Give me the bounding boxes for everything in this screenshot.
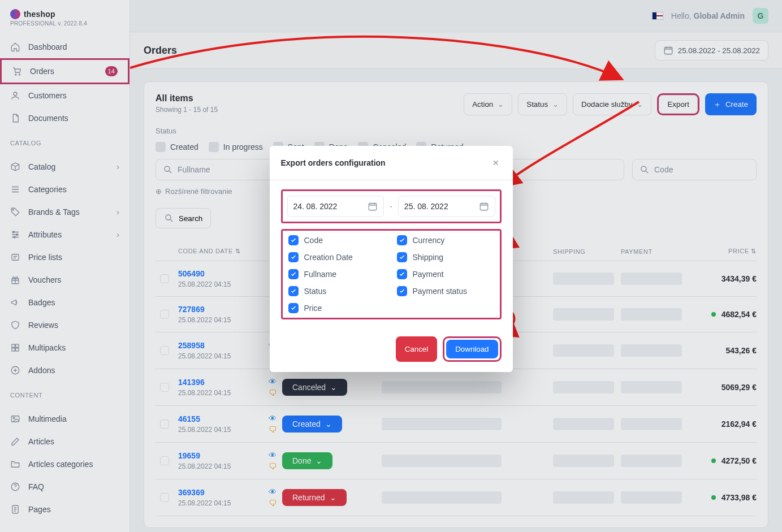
status-filter-in-progress[interactable]: In progress [209,142,263,152]
sidebar-item-label: Vouchers [28,275,119,284]
row-checkbox[interactable] [160,419,169,429]
paid-dot-icon [711,459,716,463]
col-code[interactable]: CODE AND DATE ⇅ [178,248,269,255]
table-row: 14139625.08.2022 04:15 👁🗨 Canceled ⌄ 506… [155,369,757,406]
row-checkbox[interactable] [160,346,169,355]
payment-placeholder [621,491,682,504]
search-button[interactable]: Search [155,208,211,228]
chevron-down-icon: ⌄ [330,383,337,392]
create-button[interactable]: ＋Create [705,93,757,115]
avatar[interactable]: G [753,8,768,24]
row-checkbox[interactable] [160,310,169,319]
shipping-dropdown[interactable]: Dodacie služby⌄ [573,93,651,115]
sidebar-item-dashboard[interactable]: Dashboard [0,36,129,58]
sidebar-item-label: Addons [28,366,119,375]
sidebar-item-badges[interactable]: Badges [0,291,129,314]
chevron-down-icon: ⌄ [637,100,643,109]
row-checkbox[interactable] [160,274,169,283]
sidebar-item-brands[interactable]: Brands & Tags › [0,201,129,223]
sidebar-item-label: Documents [28,114,119,123]
export-field-payment[interactable]: Payment [397,269,494,279]
export-field-payment-status[interactable]: Payment status [397,286,494,296]
toolbar: Action⌄ Status⌄ Dodacie služby⌄ Export ＋… [464,93,757,115]
order-date: 25.08.2022 04:15 [178,352,269,360]
status-dropdown[interactable]: Status⌄ [518,93,567,115]
export-field-code[interactable]: Code [288,235,386,245]
plus-circle-icon: ⊕ [155,187,162,196]
status-pill[interactable]: Returned ⌄ [282,489,347,506]
code-input[interactable]: Code [632,159,757,180]
shipping-placeholder [553,455,614,467]
sidebar-item-label: Catalog [28,162,109,171]
sidebar-item-articles[interactable]: Articles [0,430,129,453]
sidebar-item-documents[interactable]: Documents [0,107,129,129]
checkbox-checked-icon [288,303,299,313]
sidebar-item-reviews[interactable]: Reviews [0,314,129,336]
cancel-button[interactable]: Cancel [396,336,438,362]
export-field-status[interactable]: Status [288,286,386,296]
download-button[interactable]: Download [446,340,498,358]
box-icon [10,162,20,172]
svg-rect-7 [12,254,19,261]
order-link[interactable]: 141396 [178,378,205,387]
payment-placeholder [621,418,682,430]
export-field-price[interactable]: Price [288,303,386,313]
action-dropdown[interactable]: Action⌄ [464,93,512,115]
sidebar-item-vouchers[interactable]: Vouchers [0,269,129,291]
date-range-button[interactable]: 25.08.2022 - 25.08.2022 [655,40,768,60]
sidebar-item-customers[interactable]: Customers [0,84,129,107]
order-link[interactable]: 258958 [178,341,205,350]
status-filter-created[interactable]: Created [155,142,198,152]
svg-point-0 [15,74,16,75]
row-checkbox[interactable] [160,493,169,502]
col-price[interactable]: PRICE ⇅ [689,248,757,255]
export-field-fullname[interactable]: Fullname [288,269,386,279]
sidebar-item-multimedia[interactable]: Multimedia [0,408,129,430]
date-to-input[interactable]: 25. 08. 2022 [398,196,495,217]
row-checkbox[interactable] [160,383,169,392]
language-flag-icon[interactable] [652,12,663,20]
sidebar-item-multipacks[interactable]: Multipacks [0,336,129,359]
status-pill[interactable]: Created ⌄ [282,416,342,432]
close-icon[interactable]: ✕ [490,156,502,170]
sidebar-item-catalog[interactable]: Catalog › [0,155,129,178]
date-separator: - [390,202,392,211]
sidebar-item-label: Customers [28,91,119,100]
download-highlight: Download [443,336,501,362]
list-icon [10,184,20,194]
export-field-creation-date[interactable]: Creation Date [288,252,386,262]
order-link[interactable]: 506490 [178,269,205,278]
export-field-currency[interactable]: Currency [397,235,494,245]
sidebar-item-categories[interactable]: Categories [0,178,129,201]
sidebar-item-pricelists[interactable]: Price lists [0,246,129,269]
sliders-icon [10,230,20,240]
export-field-label: Status [304,287,327,296]
sidebar-item-orders[interactable]: Orders 14 [0,58,129,84]
export-field-shipping[interactable]: Shipping [397,252,494,262]
order-link[interactable]: 727869 [178,305,205,314]
note-icon: 🗨 [269,388,276,397]
sidebar-item-pages[interactable]: Pages [0,498,129,521]
sidebar-item-articles_categories[interactable]: Articles categories [0,453,129,475]
svg-point-3 [12,209,14,210]
code-cell: 50649025.08.2022 04:15 [178,269,269,288]
sidebar-item-addons[interactable]: Addons [0,359,129,382]
sidebar-item-attributes[interactable]: Attributes › [0,223,129,246]
order-link[interactable]: 19659 [178,451,200,460]
status-pill[interactable]: Canceled ⌄ [282,379,347,396]
order-link[interactable]: 46155 [178,414,200,423]
svg-rect-9 [12,344,15,347]
date-from-input[interactable]: 24. 08. 2022 [287,196,384,217]
export-button[interactable]: Export [659,95,698,114]
col-shipping: SHIPPING [553,248,621,255]
fullname-placeholder [382,418,502,430]
order-link[interactable]: 369369 [178,488,205,497]
modal-footer: Cancel Download [270,328,513,372]
brand-version: v. 2022.8.4 [58,20,87,27]
sidebar-item-faq[interactable]: FAQ [0,475,129,498]
row-checkbox[interactable] [160,456,169,465]
chevron-right-icon: › [116,230,119,239]
checkbox-checked-icon [397,235,407,245]
status-pill[interactable]: Done ⌄ [282,452,332,469]
brand-tier: PROFESSIONAL [10,20,56,27]
